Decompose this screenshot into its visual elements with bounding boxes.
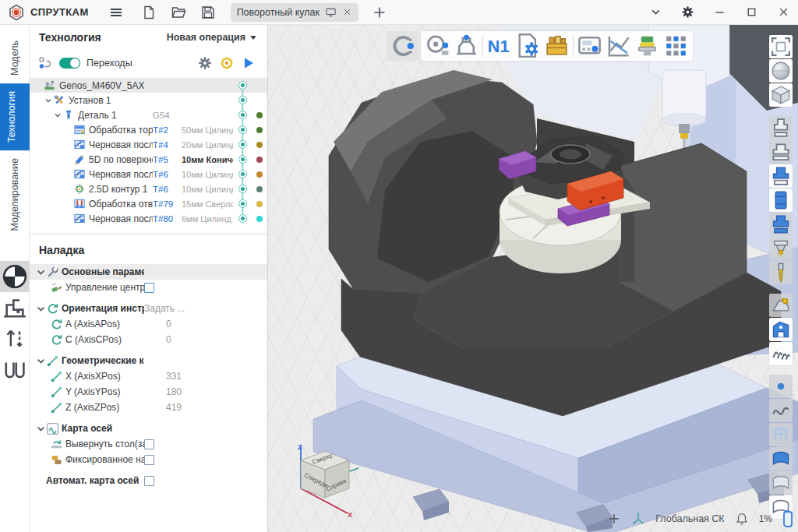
transitions-link-icon[interactable] xyxy=(37,55,53,71)
document-tab[interactable]: Поворотный кулак xyxy=(231,3,358,22)
tree-row[interactable]: Обработка отвер…T#7915мм Сверло xyxy=(30,196,267,211)
tree-row[interactable]: Деталь 1G54 xyxy=(30,107,267,122)
maximize-button[interactable] xyxy=(745,5,758,19)
machine-rail-button[interactable] xyxy=(0,292,30,323)
surface-blue-button[interactable] xyxy=(769,447,793,470)
expander-chevron-icon[interactable] xyxy=(53,111,62,119)
sort-arrows-button[interactable] xyxy=(0,323,30,354)
transition-marker[interactable] xyxy=(233,107,252,122)
recalculate-button[interactable] xyxy=(219,55,235,71)
rail-tab-item[interactable]: Модель xyxy=(3,33,26,83)
new-document-button[interactable] xyxy=(139,3,159,22)
add-tab-button[interactable] xyxy=(369,3,390,22)
setup-param-row[interactable]: Вывернуть стол(за xyxy=(30,436,267,452)
new-operation-dropdown[interactable]: Новая операция xyxy=(167,32,256,43)
setup-param-row[interactable]: X (AxisXPos)331 xyxy=(30,368,267,384)
drill-button[interactable] xyxy=(769,261,793,284)
expander-chevron-icon[interactable] xyxy=(36,267,46,277)
tree-row[interactable]: 2.5D контур 1T#610мм Цилинд xyxy=(30,181,267,196)
sphere-view-button[interactable] xyxy=(769,59,793,83)
rail-tab-active[interactable]: Технология xyxy=(0,83,30,150)
setup-value[interactable]: 180 xyxy=(144,386,182,397)
toolholder-button[interactable] xyxy=(769,237,793,260)
datum-button[interactable] xyxy=(0,261,30,292)
setup-param-row[interactable]: Автомат. карта осей xyxy=(30,473,267,488)
transition-marker[interactable] xyxy=(233,211,252,226)
transition-marker[interactable] xyxy=(233,167,252,181)
cam-part-button[interactable] xyxy=(769,294,793,317)
fit-button[interactable] xyxy=(769,35,793,58)
setup-checkbox[interactable] xyxy=(144,439,154,449)
grid-dots-button[interactable] xyxy=(662,31,690,61)
tab-close-icon[interactable] xyxy=(342,7,352,17)
setup-value[interactable]: 419 xyxy=(144,402,182,413)
expander-chevron-icon[interactable] xyxy=(36,304,46,314)
tree-row[interactable]: Установ 1 xyxy=(30,93,267,107)
setup-value[interactable]: 331 xyxy=(144,371,182,382)
tree-row[interactable]: Черновая посло…T#806мм Цилинд xyxy=(30,211,267,226)
rail-tab-item[interactable]: Моделирование xyxy=(3,150,26,239)
save-document-button[interactable] xyxy=(198,3,218,22)
vise-button[interactable] xyxy=(0,354,30,386)
operation-settings-button[interactable] xyxy=(197,55,213,71)
workpiece-bluetop-button[interactable] xyxy=(769,164,793,188)
add-cs-button[interactable] xyxy=(607,512,621,526)
tree-row[interactable]: Черновая посло…T#610мм Цилинд xyxy=(30,167,267,181)
view-cube[interactable]: Z X Сверху Спереди Справа xyxy=(284,440,365,520)
chart-button[interactable] xyxy=(604,31,633,61)
expander-chevron-icon[interactable] xyxy=(36,356,46,366)
setup-param-row[interactable]: Управление центр: xyxy=(30,280,267,295)
settings-gear-button[interactable] xyxy=(681,5,694,19)
transitions-toggle[interactable] xyxy=(59,58,80,69)
setup-value[interactable]: Задать ... xyxy=(144,303,185,314)
setup-checkbox[interactable] xyxy=(144,283,154,293)
setup-value[interactable]: 0 xyxy=(144,334,171,345)
transition-marker[interactable] xyxy=(233,78,252,93)
setup-group-row[interactable]: Основные парамет xyxy=(30,264,267,280)
setup-group-row[interactable]: Ориентация инструЗадать ... xyxy=(30,301,267,316)
tool-stack-button[interactable] xyxy=(633,31,662,61)
setup-param-row[interactable]: Z (AxisZPos)419 xyxy=(30,400,267,415)
setup-checkbox[interactable] xyxy=(144,455,154,465)
machine-sim-button[interactable] xyxy=(452,31,481,61)
main-menu-button[interactable] xyxy=(106,3,126,22)
setup-group-row[interactable]: Карта осей xyxy=(30,421,267,436)
transition-marker[interactable] xyxy=(233,93,252,107)
magnet-button[interactable] xyxy=(387,31,418,61)
setup-param-row[interactable]: C (AxisCPos)0 xyxy=(30,332,267,347)
tree-row[interactable]: Черновая посло…T#420мм Цилинд xyxy=(30,137,267,152)
transition-marker[interactable] xyxy=(233,181,252,196)
setup-value[interactable]: 0 xyxy=(144,319,171,329)
run-button[interactable] xyxy=(241,55,256,71)
window-close-button[interactable] xyxy=(777,5,790,19)
window-chevron-button[interactable] xyxy=(649,5,662,19)
cube-view-button[interactable] xyxy=(769,83,793,107)
coordinate-system-icon[interactable] xyxy=(631,512,645,526)
workpiece-cylinder-button[interactable] xyxy=(769,188,793,212)
setup-param-row[interactable]: A (AxisAPos)0 xyxy=(30,316,267,332)
expander-chevron-icon[interactable] xyxy=(44,97,53,104)
notifications-bell-button[interactable] xyxy=(735,512,749,526)
transition-marker[interactable] xyxy=(233,196,252,211)
transition-marker[interactable] xyxy=(233,137,252,152)
setup-param-row[interactable]: Y (AxisYPos)180 xyxy=(30,384,267,400)
transition-marker[interactable] xyxy=(233,152,252,167)
surface-light-button[interactable] xyxy=(769,471,793,495)
mesh-button[interactable] xyxy=(769,423,793,446)
toolbox-button[interactable] xyxy=(542,31,571,61)
transition-marker[interactable] xyxy=(233,122,252,137)
workpiece-blue-button[interactable] xyxy=(769,213,793,236)
minimize-button[interactable] xyxy=(713,5,726,19)
setup-checkbox[interactable] xyxy=(144,476,154,486)
curve-button[interactable] xyxy=(769,399,793,422)
workpiece-outline-button[interactable] xyxy=(769,116,793,139)
hatch-button[interactable] xyxy=(769,342,793,365)
workpiece-outline2-button[interactable] xyxy=(769,140,793,164)
point-button[interactable] xyxy=(769,375,793,398)
setup-param-row[interactable]: Фиксированное на xyxy=(30,452,267,467)
expander-chevron-icon[interactable] xyxy=(36,424,46,434)
setup-group-row[interactable]: Геометрические ко xyxy=(30,353,267,368)
gcode-n1-button[interactable]: N1 xyxy=(485,31,514,61)
gauge-button[interactable] xyxy=(423,31,452,61)
machine-blue-button[interactable] xyxy=(769,318,793,341)
